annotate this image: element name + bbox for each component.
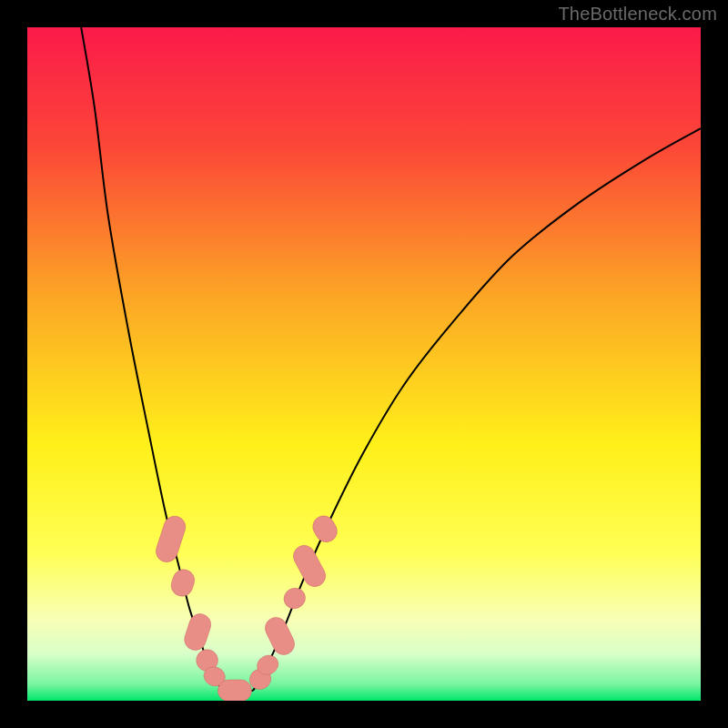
watermark-label: TheBottleneck.com [558, 4, 717, 25]
marker-lozenge [217, 680, 251, 701]
chart-svg [27, 27, 701, 701]
plot-area [27, 27, 701, 701]
outer-frame: TheBottleneck.com [0, 0, 728, 728]
gradient-background [27, 27, 701, 701]
